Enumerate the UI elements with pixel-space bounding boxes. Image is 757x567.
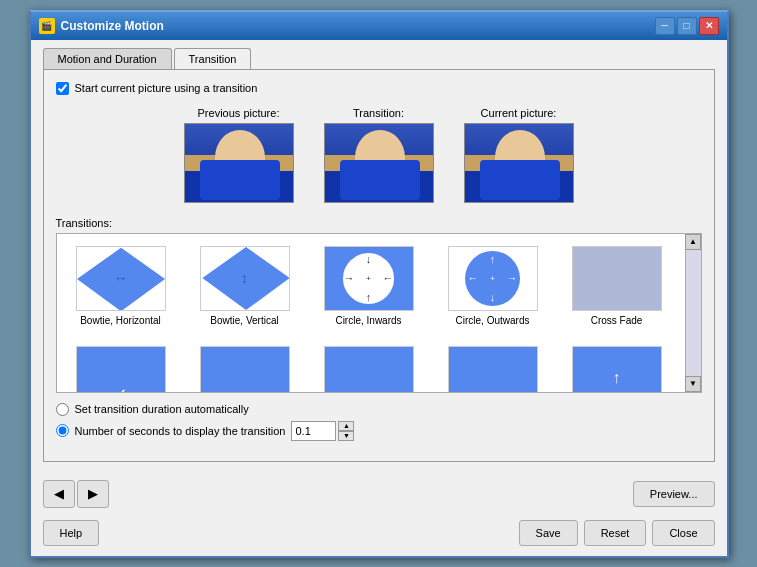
transition-row2-2[interactable]: ▽: [185, 342, 305, 392]
footer-action-buttons: Save Reset Close: [519, 520, 715, 546]
bottom-nav: ◀ ▶ Preview...: [31, 472, 727, 516]
close-button[interactable]: Close: [652, 520, 714, 546]
radio-seconds-row: Number of seconds to display the transit…: [56, 421, 702, 441]
bowtie-v-label: Bowtie, Vertical: [210, 315, 278, 326]
scroll-track: [686, 250, 701, 376]
circle-out-inner: ↑ ↓ ← → +: [465, 251, 520, 306]
circle-out-thumb: ↑ ↓ ← → +: [448, 246, 538, 311]
start-transition-checkbox[interactable]: [56, 82, 69, 95]
transition-circle-out[interactable]: ↑ ↓ ← → + Circle, Outwards: [433, 242, 553, 330]
radio-auto[interactable]: [56, 403, 69, 416]
seconds-spinner: 0.1 ▲ ▼: [291, 421, 354, 441]
circle-in-arrows: ↓ ↑ → ← +: [344, 253, 394, 303]
row2-thumb-5: ↑: [572, 346, 662, 392]
start-transition-row: Start current picture using a transition: [56, 82, 702, 95]
transition-row2-1[interactable]: ✓: [61, 342, 181, 392]
row2-thumb-2: ▽: [200, 346, 290, 392]
window-content: Motion and Duration Transition Start cur…: [31, 40, 727, 472]
transition-row2-4[interactable]: [433, 342, 553, 392]
tab-motion-duration[interactable]: Motion and Duration: [43, 48, 172, 69]
cross-fade-thumb: [572, 246, 662, 311]
current-picture-img: [464, 123, 574, 203]
radio-auto-label: Set transition duration automatically: [75, 403, 249, 415]
transition-row2-3[interactable]: [309, 342, 429, 392]
preview-button[interactable]: Preview...: [633, 481, 715, 507]
spinner-up-button[interactable]: ▲: [338, 421, 354, 431]
title-bar: 🎬 Customize Motion ─ □ ✕: [31, 12, 727, 40]
reset-button[interactable]: Reset: [584, 520, 647, 546]
scroll-down-button[interactable]: ▼: [685, 376, 701, 392]
bowtie-v-thumb: ↕: [200, 246, 290, 311]
minimize-button[interactable]: ─: [655, 17, 675, 35]
transition-cross-fade[interactable]: Cross Fade: [557, 242, 677, 330]
current-portrait: [465, 124, 573, 202]
previous-picture-item: Previous picture:: [184, 107, 294, 203]
previews-section: Previous picture: Transition: Current pi…: [56, 107, 702, 203]
prev-nav-button[interactable]: ◀: [43, 480, 75, 508]
circle-out-label: Circle, Outwards: [456, 315, 530, 326]
transitions-row-2: ✓ ▽: [57, 334, 685, 392]
help-button[interactable]: Help: [43, 520, 100, 546]
maximize-button[interactable]: □: [677, 17, 697, 35]
current-picture-item: Current picture:: [464, 107, 574, 203]
customize-motion-window: 🎬 Customize Motion ─ □ ✕ Motion and Dura…: [29, 10, 729, 558]
transitions-label: Transitions:: [56, 217, 702, 229]
start-transition-label: Start current picture using a transition: [75, 82, 258, 94]
action-buttons: Preview...: [633, 481, 715, 507]
radio-auto-row: Set transition duration automatically: [56, 403, 702, 416]
current-picture-label: Current picture:: [481, 107, 557, 119]
app-icon: 🎬: [39, 18, 55, 34]
tab-transition[interactable]: Transition: [174, 48, 252, 69]
tab-panel-transition: Start current picture using a transition…: [43, 69, 715, 462]
transition-circle-in[interactable]: ↓ ↑ → ← +: [309, 242, 429, 330]
title-buttons: ─ □ ✕: [655, 17, 719, 35]
transition-bowtie-v[interactable]: ↕ Bowtie, Vertical: [185, 242, 305, 330]
previous-picture-label: Previous picture:: [198, 107, 280, 119]
window-title: Customize Motion: [61, 19, 164, 33]
transitions-scrollbar[interactable]: ▲ ▼: [685, 234, 701, 392]
transition-portrait: [325, 124, 433, 202]
radio-section: Set transition duration automatically Nu…: [56, 403, 702, 441]
row2-thumb-1: ✓: [76, 346, 166, 392]
circle-in-thumb: ↓ ↑ → ← +: [324, 246, 414, 311]
transitions-section: Transitions: ↔ Bowtie, Horizontal: [56, 217, 702, 393]
footer-buttons: Help Save Reset Close: [31, 516, 727, 556]
previous-picture-img: [184, 123, 294, 203]
cross-fade-label: Cross Fade: [591, 315, 643, 326]
previous-portrait: [185, 124, 293, 202]
transition-picture-label: Transition:: [353, 107, 404, 119]
transition-picture-item: Transition:: [324, 107, 434, 203]
bowtie-h-label: Bowtie, Horizontal: [80, 315, 161, 326]
close-window-button[interactable]: ✕: [699, 17, 719, 35]
scroll-up-button[interactable]: ▲: [685, 234, 701, 250]
transition-picture-img: [324, 123, 434, 203]
title-bar-left: 🎬 Customize Motion: [39, 18, 164, 34]
circle-in-inner: ↓ ↑ → ← +: [341, 251, 396, 306]
seconds-input[interactable]: 0.1: [291, 421, 336, 441]
bowtie-h-thumb: ↔: [76, 246, 166, 311]
nav-arrows: ◀ ▶: [43, 480, 109, 508]
spinner-down-button[interactable]: ▼: [338, 431, 354, 441]
save-button[interactable]: Save: [519, 520, 578, 546]
tab-bar: Motion and Duration Transition: [43, 48, 715, 69]
transition-row2-5[interactable]: ↑: [557, 342, 677, 392]
radio-seconds-label: Number of seconds to display the transit…: [75, 425, 286, 437]
spinner-buttons: ▲ ▼: [338, 421, 354, 441]
transitions-row-1: ↔ Bowtie, Horizontal ↕ Bowtie, Vertical: [57, 234, 685, 338]
transitions-scroll[interactable]: ↔ Bowtie, Horizontal ↕ Bowtie, Vertical: [57, 234, 685, 392]
next-nav-button[interactable]: ▶: [77, 480, 109, 508]
transitions-container: ↔ Bowtie, Horizontal ↕ Bowtie, Vertical: [56, 233, 702, 393]
radio-seconds[interactable]: [56, 424, 69, 437]
row2-thumb-4: [448, 346, 538, 392]
circle-in-label: Circle, Inwards: [335, 315, 401, 326]
row2-thumb-3: [324, 346, 414, 392]
transition-bowtie-h[interactable]: ↔ Bowtie, Horizontal: [61, 242, 181, 330]
